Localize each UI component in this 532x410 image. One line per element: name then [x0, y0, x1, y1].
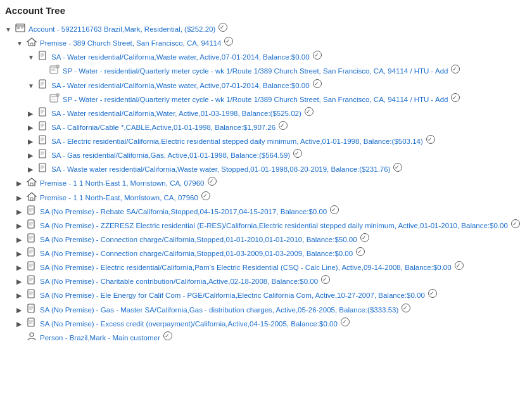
sa-icon	[27, 261, 38, 271]
item-text-sa7[interactable]: SA - Waste water residential/California,…	[51, 163, 390, 176]
check-circle-sp1[interactable]	[451, 65, 460, 74]
check-circle-sp2[interactable]	[451, 93, 460, 102]
check-circle-sa13[interactable]	[321, 275, 330, 284]
tree-item-sa12: ▶ SA (No Premise) - Electric residential…	[5, 260, 527, 274]
item-text-sa2[interactable]: SA - Water residential/California,Waste …	[51, 79, 310, 92]
tree-item-sa10: ▶ SA (No Premise) - Connection charge/Ca…	[5, 233, 527, 247]
item-text-sa13[interactable]: SA (No Premise) - Charitable contributio…	[40, 275, 318, 288]
expand-btn-sa12[interactable]: ▶	[16, 262, 25, 271]
expand-btn-sa9[interactable]: ▶	[16, 221, 25, 229]
item-text-premise1[interactable]: Premise - 389 Church Street, San Francis…	[40, 37, 221, 49]
expand-btn-sa2[interactable]: ▼	[28, 80, 37, 89]
tree-item-sa5: ▶ SA - Electric residential/California,E…	[5, 134, 527, 148]
tree-item-sa8: ▶ SA (No Premise) - Rebate SA/California…	[5, 205, 527, 219]
check-circle-sa5[interactable]	[426, 135, 435, 144]
expand-btn-sa4[interactable]: ▶	[28, 122, 37, 131]
item-text-premise2[interactable]: Premise - 1 1 North-East 1, Morristown, …	[40, 177, 205, 189]
check-circle-sa11[interactable]	[356, 247, 365, 256]
item-text-sa8[interactable]: SA (No Premise) - Rebate SA/California,S…	[40, 205, 327, 218]
item-text-sa4[interactable]: SA - California/Cable *,CABLE,Active,01-…	[51, 121, 276, 134]
item-text-sa10[interactable]: SA (No Premise) - Connection charge/Cali…	[40, 233, 357, 246]
item-text-sa12[interactable]: SA (No Premise) - Electric residential/C…	[40, 261, 452, 274]
check-circle-sa9[interactable]	[511, 219, 520, 228]
expand-btn-premise1[interactable]: ▼	[16, 38, 25, 47]
item-text-sa9[interactable]: SA (No Premise) - ZZERESZ Electric resid…	[40, 219, 508, 232]
item-text-sa11[interactable]: SA (No Premise) - Connection charge/Cali…	[40, 247, 353, 260]
item-text-sa3[interactable]: SA - Water residential/California,Water,…	[51, 107, 301, 120]
svg-point-87	[30, 333, 34, 336]
tree-item-sa9: ▶ SA (No Premise) - ZZERESZ Electric res…	[5, 219, 527, 233]
check-circle-sa10[interactable]	[360, 233, 369, 242]
check-circle-person[interactable]	[163, 331, 172, 340]
check-circle-sa14[interactable]	[428, 289, 437, 298]
svg-rect-2	[17, 27, 20, 29]
item-text-sp2[interactable]: SP - Water - residential/Quarterly meter…	[63, 93, 448, 106]
check-circle-sa1[interactable]	[313, 51, 322, 60]
tree-item-sa11: ▶ SA (No Premise) - Connection charge/Ca…	[5, 247, 527, 260]
item-text-sa16[interactable]: SA (No Premise) - Excess credit (overpay…	[40, 317, 338, 330]
item-text-sa15[interactable]: SA (No Premise) - Gas - Master SA/Califo…	[40, 304, 398, 316]
expand-btn-sa7[interactable]: ▶	[28, 164, 37, 173]
sa-icon	[27, 317, 38, 328]
svg-rect-48	[30, 183, 33, 186]
item-text-account[interactable]: Account - 5922116763 Brazil,Mark, Reside…	[28, 23, 215, 35]
item-text-sa1[interactable]: SA - Water residential/California,Waste …	[51, 51, 310, 63]
sa-icon	[27, 275, 38, 285]
svg-rect-23	[51, 98, 55, 98]
item-text-sa6[interactable]: SA - Gas residential/California,Gas, Act…	[51, 149, 290, 162]
check-circle-sa6[interactable]	[293, 149, 302, 158]
check-circle-sa2[interactable]	[313, 79, 322, 88]
tree-item-sa1: ▼ SA - Water residential/California,Wast…	[5, 50, 527, 64]
item-text-sp1[interactable]: SP - Water - residential/Quarterly meter…	[63, 65, 448, 77]
expand-btn-sa6[interactable]: ▶	[28, 150, 37, 159]
check-circle-sa16[interactable]	[341, 317, 350, 326]
tree-item-sa16: ▶ SA (No Premise) - Excess credit (overp…	[5, 317, 527, 331]
expand-btn-sa1[interactable]: ▼	[28, 52, 37, 61]
tree-item-account: ▼ Account - 5922116763 Brazil,Mark, Resi…	[5, 22, 527, 36]
check-circle-premise2[interactable]	[208, 177, 217, 186]
sp-icon	[49, 65, 61, 75]
svg-rect-22	[51, 96, 56, 97]
check-circle-sa3[interactable]	[305, 107, 314, 116]
svg-rect-14	[51, 70, 56, 71]
tree-item-sa6: ▶ SA - Gas residential/California,Gas, A…	[5, 148, 527, 162]
tree-item-premise1: ▼ Premise - 389 Church Street, San Franc…	[5, 36, 527, 50]
svg-rect-50	[30, 198, 33, 200]
check-circle-sa12[interactable]	[455, 261, 464, 270]
expand-btn-sa10[interactable]: ▶	[16, 234, 25, 243]
item-text-person[interactable]: Person - Brazil,Mark - Main customer	[40, 331, 160, 344]
tree-item-sa4: ▶ SA - California/Cable *,CABLE,Active,0…	[5, 120, 527, 134]
premise-icon	[27, 191, 38, 202]
sa-icon	[38, 79, 49, 89]
expand-btn-sa16[interactable]: ▶	[16, 319, 25, 328]
check-circle-account[interactable]	[218, 23, 227, 32]
expand-btn-sa15[interactable]: ▶	[16, 305, 25, 314]
tree-item-sa13: ▶ SA (No Premise) - Charitable contribut…	[5, 274, 527, 288]
expand-btn-premise2[interactable]: ▶	[16, 178, 25, 187]
check-circle-sa4[interactable]	[279, 121, 288, 130]
expand-btn-sa13[interactable]: ▶	[16, 276, 25, 285]
svg-rect-6	[30, 43, 33, 46]
check-circle-sa15[interactable]	[402, 304, 410, 312]
svg-rect-24	[51, 99, 56, 99]
check-circle-sa7[interactable]	[393, 163, 402, 172]
sa-icon	[27, 233, 38, 243]
expand-btn-sa5[interactable]: ▶	[28, 136, 37, 145]
person-icon	[27, 331, 38, 342]
check-circle-premise1[interactable]	[224, 37, 233, 46]
sa-icon	[38, 135, 49, 145]
item-text-sa14[interactable]: SA (No Premise) - Ele Energy for Calif C…	[40, 289, 425, 302]
check-circle-sa8[interactable]	[330, 205, 339, 214]
expand-btn-sa8[interactable]: ▶	[16, 207, 25, 215]
sa-icon	[27, 289, 38, 299]
expand-btn-sa3[interactable]: ▶	[28, 108, 37, 117]
expand-btn-sa14[interactable]: ▶	[16, 290, 25, 299]
sa-icon	[38, 107, 49, 117]
item-text-sa5[interactable]: SA - Electric residential/California,Ele…	[51, 135, 423, 148]
tree-item-sp1: SP - Water - residential/Quarterly meter…	[5, 64, 527, 78]
expand-btn-premise3[interactable]: ▶	[16, 193, 25, 202]
expand-btn-sa11[interactable]: ▶	[16, 248, 25, 257]
item-text-premise3[interactable]: Premise - 1 1 North-East, Morristown, CA…	[40, 191, 198, 204]
check-circle-premise3[interactable]	[201, 191, 210, 200]
expand-btn-account[interactable]: ▼	[5, 24, 14, 33]
